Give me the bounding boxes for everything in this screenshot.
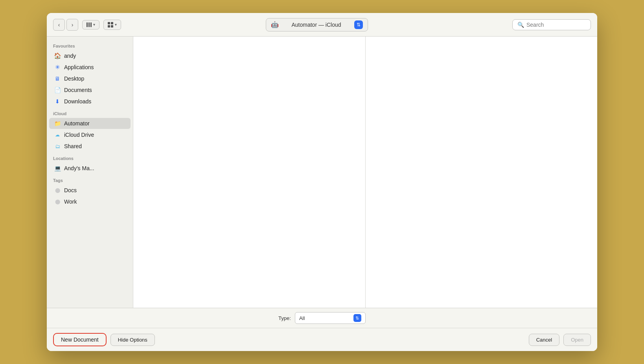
- sidebar-item-icloud-drive-label: iCloud Drive: [64, 132, 94, 138]
- action-row: New Document Hide Options Cancel Open: [47, 328, 597, 351]
- search-input[interactable]: [526, 22, 585, 28]
- sidebar-item-work-tag-label: Work: [64, 199, 77, 205]
- apps-icon: ✳: [54, 64, 61, 71]
- type-select-value: All: [299, 315, 305, 321]
- sidebar-item-downloads[interactable]: ⬇ Downloads: [49, 96, 131, 107]
- back-button[interactable]: ‹: [53, 19, 65, 31]
- column-view-button[interactable]: ▾: [82, 20, 99, 29]
- sidebar-item-docs-tag[interactable]: ⬤ Docs: [49, 185, 131, 196]
- sidebar-item-andys-mac-label: Andy's Ma...: [64, 165, 94, 171]
- grid-view-icon: [108, 22, 113, 28]
- new-document-button[interactable]: New Document: [53, 333, 107, 346]
- location-text: Automator — iCloud: [291, 22, 341, 28]
- favourites-section-title: Favourites: [47, 40, 133, 50]
- finder-dialog: ‹ › ▾ ▾ 🤖 Automator — iCloud: [47, 13, 597, 351]
- docs-tag-icon: ⬤: [54, 187, 61, 194]
- sidebar-item-automator-label: Automator: [64, 120, 90, 127]
- sidebar-item-shared-label: Shared: [64, 143, 82, 149]
- shared-icon: 🗂: [54, 143, 61, 150]
- mac-icon: 💻: [54, 165, 61, 172]
- main-area: Favourites 🏠 andy ✳ Applications 🖥 Deskt…: [47, 37, 597, 308]
- automator-icon: 🤖: [271, 21, 279, 28]
- folder-icon: 📁: [54, 120, 61, 127]
- grid-view-chevron: ▾: [115, 22, 117, 27]
- type-select[interactable]: All ⇅: [295, 312, 366, 324]
- sidebar-item-desktop-label: Desktop: [64, 75, 84, 82]
- desktop-icon: 🖥: [54, 75, 61, 82]
- sidebar: Favourites 🏠 andy ✳ Applications 🖥 Deskt…: [47, 37, 133, 308]
- forward-button[interactable]: ›: [66, 19, 78, 31]
- bottom-bar: Type: All ⇅ New Document Hide Options Ca…: [47, 308, 597, 351]
- locations-section-title: Locations: [47, 152, 133, 162]
- type-label: Type:: [278, 315, 291, 321]
- location-bar: 🤖 Automator — iCloud ⇅: [125, 18, 508, 31]
- column-view-chevron: ▾: [93, 22, 95, 27]
- tags-section-title: Tags: [47, 174, 133, 184]
- hide-options-button[interactable]: Hide Options: [110, 334, 155, 346]
- file-browser: [133, 37, 597, 308]
- sidebar-item-applications-label: Applications: [64, 64, 94, 70]
- column-view-icon: [86, 22, 92, 27]
- sidebar-item-icloud-drive[interactable]: ☁ iCloud Drive: [49, 129, 131, 140]
- work-tag-icon: ⬤: [54, 198, 61, 205]
- sidebar-item-documents[interactable]: 📄 Documents: [49, 85, 131, 96]
- location-pill[interactable]: 🤖 Automator — iCloud ⇅: [266, 18, 368, 31]
- downloads-icon: ⬇: [54, 98, 61, 105]
- sidebar-item-desktop[interactable]: 🖥 Desktop: [49, 73, 131, 84]
- sidebar-item-andy[interactable]: 🏠 andy: [49, 50, 131, 61]
- cloud-icon: ☁: [54, 131, 61, 138]
- sidebar-item-shared[interactable]: 🗂 Shared: [49, 141, 131, 152]
- type-select-spinner: ⇅: [353, 314, 361, 322]
- sidebar-item-docs-tag-label: Docs: [64, 187, 77, 193]
- search-icon: 🔍: [517, 22, 524, 28]
- cancel-button[interactable]: Cancel: [529, 334, 559, 346]
- grid-view-button[interactable]: ▾: [103, 20, 121, 30]
- column-pane-left: [133, 37, 366, 308]
- home-icon: 🏠: [54, 52, 61, 59]
- sidebar-item-andys-mac[interactable]: 💻 Andy's Ma...: [49, 163, 131, 174]
- nav-buttons: ‹ ›: [53, 19, 78, 31]
- column-pane-right: [366, 37, 598, 308]
- open-button[interactable]: Open: [563, 334, 591, 346]
- sidebar-item-work-tag[interactable]: ⬤ Work: [49, 196, 131, 207]
- docs-icon: 📄: [54, 86, 61, 94]
- sidebar-item-andy-label: andy: [64, 53, 76, 59]
- icloud-section-title: iCloud: [47, 107, 133, 118]
- sidebar-item-downloads-label: Downloads: [64, 98, 91, 105]
- toolbar: ‹ › ▾ ▾ 🤖 Automator — iCloud: [47, 13, 597, 37]
- sidebar-item-documents-label: Documents: [64, 87, 92, 93]
- sidebar-item-automator[interactable]: 📁 Automator: [49, 118, 131, 129]
- type-row: Type: All ⇅: [47, 308, 597, 328]
- location-spinner: ⇅: [354, 20, 363, 29]
- search-bar[interactable]: 🔍: [512, 19, 591, 30]
- sidebar-item-applications[interactable]: ✳ Applications: [49, 62, 131, 73]
